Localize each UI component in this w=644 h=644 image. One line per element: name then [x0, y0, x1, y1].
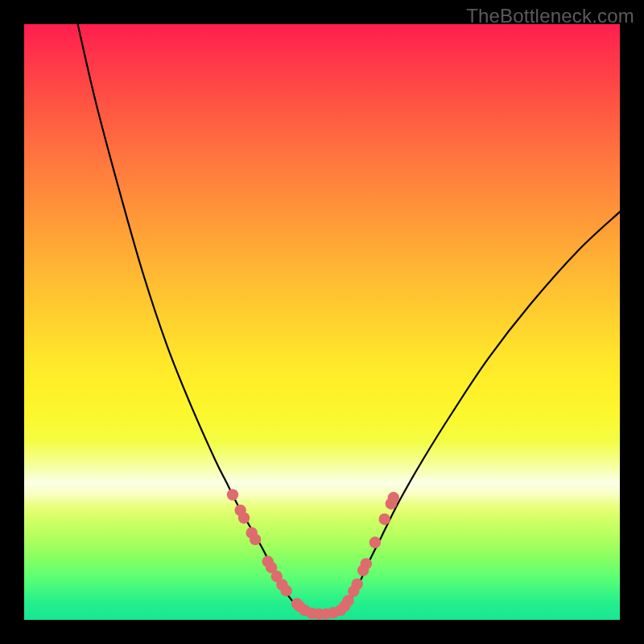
marker-dot: [250, 534, 261, 545]
marker-dot: [351, 578, 362, 589]
curve-right: [340, 212, 620, 612]
curve-left: [78, 24, 304, 612]
marker-dot: [238, 512, 250, 523]
marker-dot: [388, 492, 399, 503]
marker-dot: [227, 489, 238, 500]
marker-dot: [361, 558, 372, 569]
marker-dot: [369, 537, 381, 548]
chart-overlay: [24, 24, 620, 620]
plot-area: [24, 24, 620, 620]
watermark-text: TheBottleneck.com: [466, 5, 634, 27]
marker-dot: [379, 514, 390, 525]
chart-frame: TheBottleneck.com: [0, 0, 644, 644]
marker-dot: [280, 585, 291, 597]
